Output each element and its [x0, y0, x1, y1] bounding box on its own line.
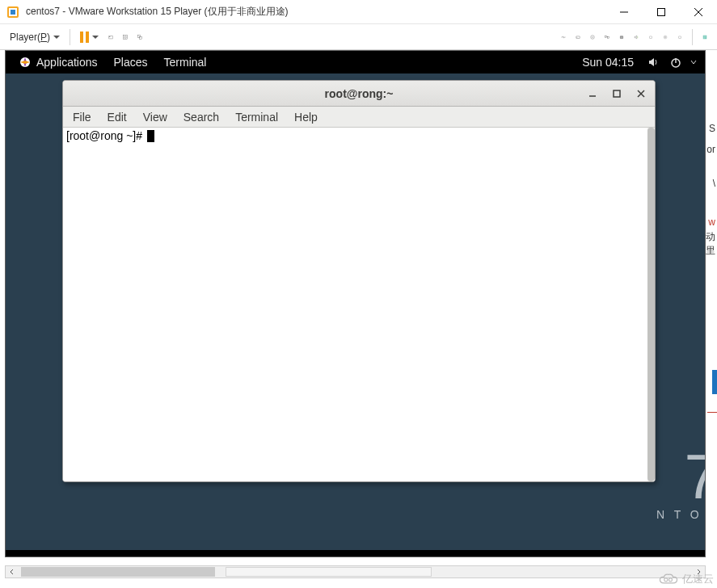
cd-dvd-icon[interactable] — [585, 30, 600, 44]
hard-disk-icon[interactable] — [571, 30, 585, 44]
page-watermark: 亿速云 — [658, 572, 714, 586]
applications-icon — [19, 56, 32, 69]
svg-rect-21 — [679, 36, 681, 38]
message-log-button[interactable] — [698, 30, 712, 44]
panel-caret[interactable] — [687, 59, 700, 65]
svg-rect-6 — [124, 35, 128, 39]
menu-help[interactable]: Help — [286, 109, 326, 125]
terminal-titlebar[interactable]: root@rong:~ — [63, 81, 655, 107]
clock-label: Sun 04:15 — [582, 56, 634, 69]
volume-indicator[interactable] — [642, 56, 664, 69]
terminal-taskbar-item[interactable]: Terminal — [156, 56, 215, 69]
centos-text: N T O S — [656, 508, 706, 521]
unity-mode-button[interactable] — [133, 30, 147, 44]
svg-rect-9 — [576, 36, 580, 38]
host-close-button[interactable] — [680, 0, 717, 24]
printer-icon[interactable] — [614, 30, 629, 44]
svg-rect-18 — [650, 36, 652, 38]
centos-seven: 7 — [656, 445, 706, 508]
terminal-taskbar-label: Terminal — [164, 56, 207, 69]
scrollbar-segment[interactable] — [226, 567, 432, 577]
svg-point-26 — [664, 578, 668, 582]
fullscreen-button[interactable] — [118, 30, 133, 44]
scroll-left-button[interactable] — [6, 566, 19, 578]
svg-rect-13 — [605, 36, 607, 37]
terminal-minimize-button[interactable] — [584, 86, 601, 102]
pause-button[interactable] — [75, 29, 103, 45]
gnome-bottom-panel[interactable] — [6, 550, 705, 556]
menu-view[interactable]: View — [135, 109, 175, 125]
toolbar-separator — [692, 29, 693, 45]
applications-menu[interactable]: Applications — [11, 56, 106, 69]
svg-point-10 — [577, 36, 578, 37]
svg-point-20 — [664, 36, 666, 38]
svg-rect-16 — [621, 36, 622, 36]
power-icon — [669, 56, 682, 69]
clock[interactable]: Sun 04:15 — [574, 56, 642, 69]
terminal-cursor — [147, 130, 154, 142]
host-window-title: centos7 - VMware Workstation 15 Player (… — [26, 5, 605, 19]
menu-search[interactable]: Search — [175, 109, 227, 125]
power-indicator[interactable] — [664, 56, 687, 69]
vmware-toolbar: Player(P) — [0, 24, 717, 50]
places-menu[interactable]: Places — [106, 56, 156, 69]
cloud-icon — [658, 572, 679, 586]
scrollbar-track[interactable] — [19, 566, 692, 578]
usb-device-icon[interactable] — [643, 30, 658, 44]
pause-icon — [80, 32, 89, 43]
host-vertical-gutter: S or \ w 动 里 — [706, 50, 717, 578]
terminal-window: root@rong:~ File Edit View Sear — [62, 80, 656, 482]
network-adapter-icon[interactable] — [600, 30, 614, 44]
svg-rect-5 — [109, 36, 110, 37]
terminal-title: root@rong:~ — [325, 87, 394, 100]
scrollbar-thumb[interactable] — [21, 567, 215, 577]
volume-icon — [647, 56, 660, 69]
svg-rect-25 — [614, 90, 620, 97]
svg-rect-3 — [658, 8, 665, 15]
player-label: Player(P) — [10, 32, 50, 43]
centos-watermark: 7 N T O S — [656, 445, 706, 521]
gnome-top-panel: Applications Places Terminal Sun 04:15 — [6, 51, 705, 74]
menu-terminal[interactable]: Terminal — [227, 109, 286, 125]
svg-rect-14 — [607, 36, 609, 38]
host-window-titlebar: centos7 - VMware Workstation 15 Player (… — [0, 0, 717, 24]
terminal-body[interactable]: [root@rong ~]# — [63, 128, 655, 481]
chevron-left-icon — [9, 569, 15, 575]
terminal-prompt: [root@rong ~]# — [66, 129, 146, 142]
toolbar-separator — [70, 29, 70, 45]
svg-rect-4 — [108, 36, 112, 38]
caret-down-icon — [92, 36, 99, 39]
svg-point-27 — [668, 578, 672, 582]
player-menu-button[interactable]: Player(P) — [5, 29, 65, 45]
disk-activity-icon[interactable] — [556, 30, 571, 44]
centos-desktop[interactable]: Applications Places Terminal Sun 04:15 — [5, 50, 706, 557]
sound-card-icon[interactable] — [629, 30, 643, 44]
terminal-close-button[interactable] — [632, 86, 650, 102]
terminal-menubar: File Edit View Search Terminal Help — [63, 107, 655, 128]
caret-down-icon — [53, 36, 60, 39]
terminal-scrollbar-thumb[interactable] — [647, 128, 655, 481]
usb-device-icon-2[interactable] — [673, 30, 687, 44]
chevron-down-icon — [690, 59, 697, 65]
send-ctrl-alt-del-button[interactable] — [103, 30, 118, 44]
host-minimize-button[interactable] — [605, 0, 643, 24]
guest-viewport: Applications Places Terminal Sun 04:15 — [0, 50, 717, 588]
svg-rect-2 — [11, 10, 15, 15]
applications-label: Applications — [36, 56, 98, 69]
menu-file[interactable]: File — [65, 109, 99, 125]
record-icon[interactable] — [658, 30, 673, 44]
menu-edit[interactable]: Edit — [99, 109, 135, 125]
watermark-text: 亿速云 — [682, 572, 714, 586]
host-horizontal-scrollbar[interactable] — [5, 565, 706, 578]
terminal-scrollbar[interactable] — [647, 128, 655, 481]
places-label: Places — [114, 56, 148, 69]
host-maximize-button[interactable] — [643, 0, 680, 24]
terminal-maximize-button[interactable] — [608, 86, 626, 102]
vmware-app-icon — [6, 6, 19, 19]
svg-point-12 — [592, 36, 593, 37]
